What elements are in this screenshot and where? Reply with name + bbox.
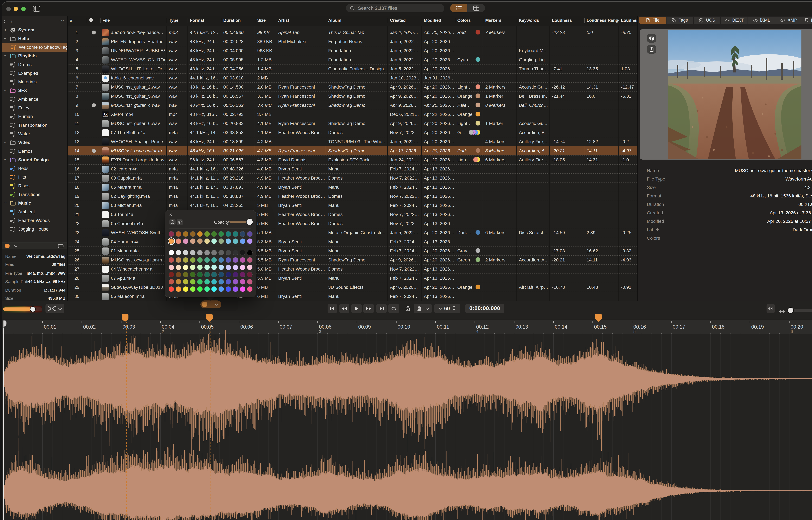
svg-text:3: 3 <box>319 329 321 334</box>
svg-text:00:16: 00:16 <box>633 324 646 330</box>
svg-text:00:03: 00:03 <box>122 324 135 330</box>
svg-text:4: 4 <box>476 329 478 334</box>
svg-text:00:17: 00:17 <box>673 324 685 330</box>
svg-text:00:08: 00:08 <box>319 324 332 330</box>
svg-text:00:18: 00:18 <box>712 324 725 330</box>
svg-text:00:14: 00:14 <box>555 324 567 330</box>
svg-text:00:11: 00:11 <box>437 324 449 330</box>
svg-text:00:04: 00:04 <box>162 324 174 330</box>
svg-text:00:12: 00:12 <box>476 324 489 330</box>
svg-text:5: 5 <box>633 329 636 334</box>
svg-text:00:02: 00:02 <box>83 324 96 330</box>
svg-text:00:13: 00:13 <box>515 324 528 330</box>
svg-text:2: 2 <box>162 329 164 334</box>
svg-text:00:05: 00:05 <box>201 324 214 330</box>
svg-text:00:10: 00:10 <box>397 324 410 330</box>
svg-text:6: 6 <box>790 329 793 334</box>
svg-text:00:07: 00:07 <box>280 324 292 330</box>
svg-text:00:19: 00:19 <box>751 324 764 330</box>
svg-text:00:01: 00:01 <box>44 324 57 330</box>
svg-text:00:06: 00:06 <box>240 324 253 330</box>
svg-text:00:20: 00:20 <box>790 324 803 330</box>
svg-text:00:09: 00:09 <box>358 324 371 330</box>
svg-text:00:15: 00:15 <box>594 324 607 330</box>
